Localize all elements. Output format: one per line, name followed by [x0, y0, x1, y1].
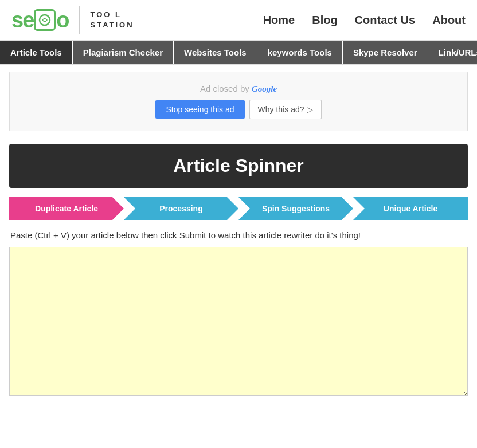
main-nav: Home Blog Contact Us About: [263, 14, 466, 27]
tab-keywords-tools[interactable]: keywords Tools: [257, 41, 343, 64]
logo-seo-end: o: [56, 8, 68, 33]
ad-buttons: Stop seeing this ad Why this ad? ▷: [21, 100, 456, 119]
tool-title: Article Spinner: [173, 155, 304, 176]
step-processing: Processing: [124, 197, 238, 220]
logo-seo-text: se: [11, 8, 33, 33]
tab-link-urls-analyzer[interactable]: Link/URLs Analyzer: [428, 41, 477, 64]
logo-station: TOO L STATION: [91, 10, 134, 30]
tab-article-tools[interactable]: Article Tools: [0, 41, 73, 64]
stop-seeing-ad-button[interactable]: Stop seeing this ad: [155, 100, 244, 119]
ad-section: Ad closed by Google Stop seeing this ad …: [9, 72, 468, 131]
why-icon: ▷: [307, 105, 313, 114]
logo-area: se o TOO L STATION: [11, 6, 134, 34]
nav-home[interactable]: Home: [263, 14, 295, 27]
ad-closed-text: Ad closed by Google: [21, 84, 456, 94]
logo-divider: [79, 6, 80, 34]
google-brand: Google: [252, 84, 277, 93]
instruction-text: Paste (Ctrl + V) your article below then…: [9, 230, 468, 240]
nav-about[interactable]: About: [432, 14, 466, 27]
steps-bar: Duplicate Article Processing Spin Sugges…: [9, 197, 468, 220]
header: se o TOO L STATION Home Blog Contact Us …: [0, 0, 477, 41]
logo-icon: [34, 9, 56, 31]
why-this-ad-button[interactable]: Why this ad? ▷: [249, 100, 322, 119]
nav-blog[interactable]: Blog: [312, 14, 337, 27]
article-input[interactable]: [9, 247, 468, 396]
main-content: Article Spinner Duplicate Article Proces…: [0, 138, 477, 410]
step-spin-suggestions: Spin Suggestions: [238, 197, 353, 220]
nav-contact[interactable]: Contact Us: [355, 14, 416, 27]
step-duplicate-article: Duplicate Article: [9, 197, 124, 220]
tab-plagiarism-checker[interactable]: Plagiarism Checker: [73, 41, 174, 64]
step-unique-article: Unique Article: [353, 197, 468, 220]
tab-skype-resolver[interactable]: Skype Resolver: [343, 41, 428, 64]
tab-websites-tools[interactable]: Websites Tools: [174, 41, 257, 64]
tool-title-bar: Article Spinner: [9, 144, 468, 188]
nav-tabs-bar: Article Tools Plagiarism Checker Website…: [0, 41, 477, 65]
svg-point-0: [40, 15, 50, 25]
